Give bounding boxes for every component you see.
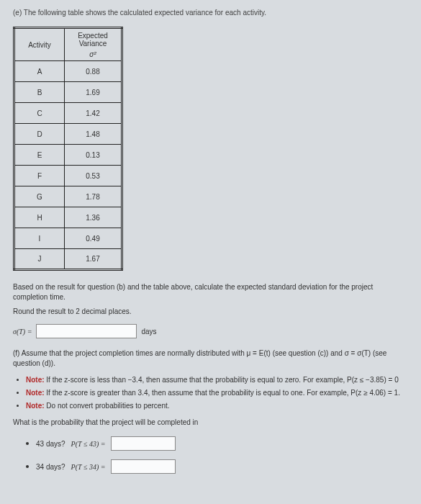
table-row: J1.67 [14, 249, 122, 270]
note-2-label: Note: [26, 389, 45, 397]
variance-cell: 1.69 [65, 82, 122, 103]
q-34-expr: P(T ≤ 34) = [71, 463, 106, 471]
sigma-lhs: σ(T) = [13, 328, 32, 336]
activity-cell: H [14, 207, 65, 228]
sigma-answer-row: σ(T) = days [13, 324, 408, 338]
activity-cell: I [14, 228, 65, 249]
table-row: I0.49 [14, 228, 122, 249]
q-43-row: 43 days? P(T ≤ 43) = [26, 436, 408, 451]
table-row: C1.42 [14, 103, 122, 124]
activity-cell: B [14, 82, 65, 103]
activity-cell: E [14, 145, 65, 166]
variance-cell: 0.53 [65, 166, 122, 186]
q-43-label: 43 days? [36, 440, 65, 448]
activity-cell: J [14, 249, 65, 270]
col-header-activity: Activity [14, 28, 65, 61]
note-1-text: If the z-score is less than −3.4, then a… [45, 376, 399, 384]
variance-cell: 1.36 [65, 207, 122, 228]
q-43-expr: P(T ≤ 43) = [71, 440, 106, 448]
activity-cell: A [14, 61, 65, 82]
table-row: E0.13 [14, 145, 122, 166]
activity-cell: C [14, 103, 65, 124]
bullet-icon [26, 465, 29, 468]
table-row: F0.53 [14, 166, 122, 186]
variance-cell: 1.67 [65, 249, 122, 270]
activity-cell: D [14, 124, 65, 145]
variance-table: Activity Expected Variance σ² A0.88B1.69… [13, 27, 123, 271]
part-f-intro: (f) Assume that the project completion t… [13, 348, 408, 369]
variance-cell: 1.42 [65, 103, 122, 124]
col-header-variance: Expected Variance σ² [65, 28, 122, 61]
part-e-intro: (e) The following table shows the calcul… [13, 9, 408, 17]
variance-cell: 0.13 [65, 145, 122, 166]
variance-cell: 0.49 [65, 228, 122, 249]
note-1: Note: If the z-score is less than −3.4, … [26, 374, 408, 386]
q-34-row: 34 days? P(T ≤ 34) = [26, 459, 408, 474]
table-row: G1.78 [14, 186, 122, 207]
note-3: Note: Do not convert probabilities to pe… [26, 400, 408, 412]
q-34-input[interactable] [111, 459, 176, 474]
bullet-icon [26, 442, 29, 445]
activity-cell: G [14, 186, 65, 207]
table-row: B1.69 [14, 82, 122, 103]
note-1-label: Note: [26, 376, 45, 384]
days-unit: days [141, 328, 156, 336]
variance-cell: 0.88 [65, 61, 122, 82]
header-variance-line2: Variance [79, 40, 107, 48]
table-row: D1.48 [14, 124, 122, 145]
instruction-line-1: Based on the result for question (b) and… [13, 282, 408, 302]
q-43-input[interactable] [111, 436, 176, 451]
variance-cell: 1.48 [65, 124, 122, 145]
instruction-line-2: Round the result to 2 decimal places. [13, 307, 408, 317]
note-2: Note: If the z-score is greater than 3.4… [26, 387, 408, 399]
note-2-text: If the z-score is greater than 3.4, then… [45, 389, 400, 397]
note-3-text: Do not convert probabilities to percent. [45, 402, 170, 410]
variance-cell: 1.78 [65, 186, 122, 207]
notes-list: Note: If the z-score is less than −3.4, … [26, 374, 408, 412]
activity-cell: F [14, 166, 65, 186]
table-row: H1.36 [14, 207, 122, 228]
table-row: A0.88 [14, 61, 122, 82]
probability-prompt: What is the probability that the project… [13, 418, 408, 428]
sigma-input[interactable] [36, 324, 137, 338]
q-34-label: 34 days? [36, 463, 65, 471]
header-variance-line1: Expected [78, 32, 108, 40]
sigma-squared-symbol: σ² [89, 50, 96, 58]
note-3-label: Note: [26, 402, 45, 410]
